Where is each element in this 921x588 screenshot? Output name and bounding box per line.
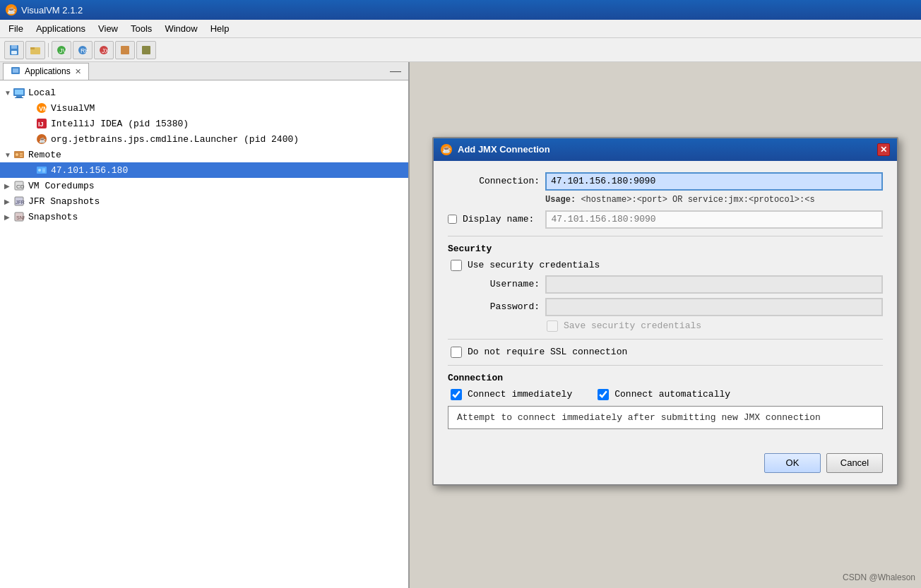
- remote-arrow: ▼: [4, 151, 13, 159]
- svg-text:RH: RH: [81, 47, 88, 54]
- dialog-title-text: Add JMX Connection: [458, 144, 872, 155]
- svg-text:CD: CD: [16, 184, 25, 190]
- use-security-label: Use security credentials: [468, 260, 600, 270]
- connect-automatically-label: Connect automatically: [614, 389, 730, 400]
- no-ssl-label: Do not require SSL connection: [468, 347, 627, 357]
- use-security-checkbox[interactable]: [451, 260, 462, 271]
- tree-visualvm[interactable]: VM VisualVM: [0, 100, 408, 116]
- watermark: CSDN @Whaleson: [843, 572, 915, 582]
- no-ssl-row: Do not require SSL connection: [448, 347, 883, 358]
- applications-tab-close[interactable]: ✕: [75, 67, 81, 76]
- dialog-title-bar: ☕ Add JMX Connection ✕: [434, 138, 897, 161]
- display-name-checkbox[interactable]: [448, 215, 457, 224]
- hint-box: Attempt to connect immediately after sub…: [448, 406, 883, 429]
- tree-container: ▼ Local: [0, 80, 408, 588]
- snapshots-label: Snapshots: [28, 212, 78, 222]
- username-row: Username:: [448, 275, 883, 294]
- connection-row: Connection:: [448, 172, 883, 191]
- tree-launcher[interactable]: ☕ org.jetbrains.jps.cmdline.Launcher (pi…: [0, 131, 408, 147]
- add-jmx-dialog: ☕ Add JMX Connection ✕ Connection: Usage…: [432, 137, 898, 486]
- intellij-icon: IJ: [35, 117, 48, 130]
- svg-point-31: [38, 169, 41, 172]
- svg-rect-12: [142, 46, 150, 54]
- display-name-row: Display name:: [448, 210, 883, 229]
- svg-text:JX: JX: [102, 47, 109, 54]
- remote-label: Remote: [28, 150, 61, 160]
- svg-text:☕: ☕: [39, 136, 46, 143]
- cancel-button[interactable]: Cancel: [826, 453, 883, 473]
- connection-section-title: Connection: [448, 373, 883, 383]
- jfr-arrow: ▶: [4, 198, 13, 205]
- toolbar-btn-4[interactable]: [115, 41, 135, 59]
- tree-ip-selected[interactable]: 47.101.156.180: [0, 162, 408, 178]
- snapshots-arrow: ▶: [4, 213, 13, 221]
- toolbar-sep-1: [48, 43, 49, 57]
- menu-view[interactable]: View: [93, 21, 124, 36]
- dialog-buttons: OK Cancel: [434, 448, 897, 484]
- connect-automatically-checkbox[interactable]: [598, 389, 609, 400]
- coredumps-label: VM Coredumps: [28, 181, 95, 191]
- toolbar-save[interactable]: [4, 41, 24, 59]
- connect-immediately-checkbox[interactable]: [451, 389, 462, 400]
- connection-input[interactable]: [545, 172, 883, 191]
- save-credentials-label: Save security credentials: [564, 320, 701, 331]
- local-arrow: ▼: [4, 89, 13, 97]
- tree-local[interactable]: ▼ Local: [0, 85, 408, 100]
- tree-coredumps[interactable]: ▶ CD VM Coredumps: [0, 178, 408, 193]
- left-panel: Applications ✕ — ▼ Local: [0, 62, 410, 588]
- password-input[interactable]: [545, 298, 883, 316]
- toolbar-btn-2[interactable]: RH: [73, 41, 93, 59]
- password-row: Password:: [448, 298, 883, 316]
- toolbar-btn-1[interactable]: JVM: [52, 41, 71, 59]
- toolbar-open[interactable]: [25, 41, 45, 59]
- display-name-input[interactable]: [545, 210, 883, 229]
- svg-text:JFR: JFR: [16, 200, 25, 205]
- menu-tools[interactable]: Tools: [125, 21, 158, 36]
- panel-minimize[interactable]: —: [386, 65, 405, 78]
- toolbar-btn-5[interactable]: [136, 41, 156, 59]
- menu-help[interactable]: Help: [205, 21, 235, 36]
- svg-rect-32: [42, 169, 45, 169]
- intellij-label: IntelliJ IDEA (pid 15380): [51, 119, 189, 129]
- divider-1: [448, 236, 883, 236]
- local-icon: [13, 86, 25, 99]
- menu-window[interactable]: Window: [159, 21, 203, 36]
- tree-snapshots[interactable]: ▶ SNP Snapshots: [0, 209, 408, 224]
- applications-tab[interactable]: Applications ✕: [3, 63, 89, 80]
- visualvm-label: VisualVM: [51, 103, 95, 114]
- launcher-label: org.jetbrains.jps.cmdline.Launcher (pid …: [51, 134, 299, 145]
- toolbar: JVM RH JX: [0, 38, 921, 62]
- tree-remote[interactable]: ▼ Remote: [0, 147, 408, 162]
- divider-2: [448, 339, 883, 340]
- snapshots-icon: SNP: [13, 210, 25, 223]
- connect-checkboxes-row: Connect immediately Connect automaticall…: [448, 389, 883, 400]
- ip-icon: [35, 164, 48, 176]
- svg-rect-18: [15, 97, 23, 98]
- username-label: Username:: [448, 279, 540, 289]
- jfr-label: JFR Snapshots: [28, 196, 100, 207]
- tree-intellij[interactable]: IJ IntelliJ IDEA (pid 15380): [0, 116, 408, 131]
- save-credentials-checkbox[interactable]: [547, 320, 558, 332]
- svg-text:SNP: SNP: [16, 215, 25, 220]
- security-section-title: Security: [448, 244, 883, 254]
- menu-applications[interactable]: Applications: [30, 21, 91, 36]
- menu-file[interactable]: File: [3, 21, 29, 36]
- applications-tab-label: Applications: [25, 66, 71, 76]
- connection-label: Connection:: [448, 176, 540, 186]
- password-label: Password:: [448, 301, 540, 312]
- tree-jfr[interactable]: ▶ JFR JFR Snapshots: [0, 193, 408, 209]
- usage-detail: <hostname>:<port> OR service:jmx:<protoc…: [581, 195, 814, 205]
- dialog-close-button[interactable]: ✕: [877, 143, 890, 156]
- no-ssl-checkbox[interactable]: [451, 347, 462, 358]
- jfr-icon: JFR: [13, 195, 25, 208]
- remote-icon: [13, 148, 25, 161]
- svg-point-26: [16, 153, 18, 156]
- save-credentials-row: Save security credentials: [448, 320, 883, 332]
- divider-3: [448, 365, 883, 366]
- coredumps-icon: CD: [13, 179, 25, 192]
- username-input[interactable]: [545, 275, 883, 294]
- toolbar-btn-3[interactable]: JX: [94, 41, 114, 59]
- hint-text: Attempt to connect immediately after sub…: [457, 412, 821, 423]
- launcher-icon: ☕: [35, 133, 48, 145]
- ok-button[interactable]: OK: [764, 453, 821, 473]
